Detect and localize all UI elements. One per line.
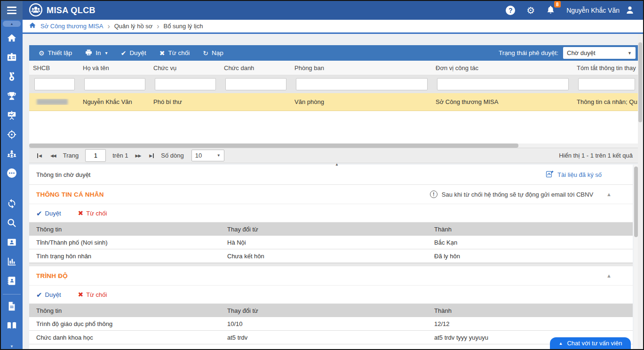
user-name[interactable]: Nguyễn Khắc Văn <box>566 7 620 14</box>
breadcrumb-item-records[interactable]: Quản lý hồ sơ <box>114 23 153 30</box>
status-filter-label: Trạng thái phê duyệt: <box>499 49 558 56</box>
chevron-up-icon: ▲ <box>559 341 563 346</box>
sidebar-item-reports[interactable] <box>1 253 23 272</box>
horizontal-scrollbar[interactable] <box>29 143 639 148</box>
sidebar-item-contact-card[interactable] <box>1 233 23 253</box>
sync-icon <box>7 199 17 210</box>
approve-button[interactable]: ✔ Duyệt <box>114 45 153 61</box>
previous-page-button[interactable]: ◀◀ <box>46 153 60 158</box>
pending-changes-panel: Thông tin chờ duyệt Tài liệu đã ký số TH… <box>29 165 633 349</box>
gear-icon: ⚙ <box>39 50 45 56</box>
help-icon[interactable]: ? <box>506 6 515 15</box>
reject-warning: ! Sau khi từ chối hệ thống sẽ tự động gử… <box>430 191 593 198</box>
breadcrumb-separator-icon: › <box>107 23 110 30</box>
id-badge-icon <box>7 52 17 64</box>
window-scrollbar-thumb[interactable] <box>638 42 642 122</box>
sidebar-item-trophy[interactable] <box>1 87 23 106</box>
sidebar-item-documents[interactable] <box>1 297 23 317</box>
panel-splitter-handle[interactable]: ▲ <box>327 162 346 167</box>
window-scrollbar[interactable] <box>638 34 643 349</box>
last-page-button[interactable]: ▶ <box>145 153 158 158</box>
filter-input-name[interactable] <box>84 78 145 90</box>
results-summary: Hiển thị 1 - 1 trên 1 kết quả <box>559 152 639 159</box>
setup-button[interactable]: ⚙ Thiết lập <box>32 45 79 61</box>
approval-status-filter: Trạng thái phê duyệt: Chờ duyệt ▼ <box>499 47 639 59</box>
reject-button[interactable]: ✖ Từ chối <box>153 45 197 61</box>
warning-icon: ! <box>430 191 437 198</box>
sidebar-item-address-book[interactable] <box>1 272 23 291</box>
filter-input-department[interactable] <box>296 78 428 90</box>
sidebar-item-handbook[interactable] <box>1 317 23 336</box>
warning-text: Sau khi từ chối hệ thống sẽ tự động gửi … <box>442 191 593 198</box>
breadcrumb-item-unit[interactable]: Sở Công thương MISA <box>40 23 103 30</box>
sidebar-item-sync[interactable] <box>1 195 23 214</box>
more-ellipsis-icon <box>6 167 17 180</box>
print-button[interactable]: In ▾ <box>79 45 114 61</box>
user-avatar-icon[interactable] <box>625 5 635 16</box>
column-header-department[interactable]: Phòng ban <box>291 64 432 72</box>
filter-input-title[interactable] <box>225 78 286 90</box>
first-page-button[interactable]: ◀ <box>33 153 46 158</box>
column-header-unit[interactable]: Đơn vị công tác <box>432 64 573 72</box>
sidebar-item-board[interactable] <box>1 106 23 126</box>
breadcrumb: Sở Công thương MISA › Quản lý hồ sơ › Bổ… <box>23 20 643 32</box>
sidebar-item-profile[interactable] <box>1 48 23 68</box>
filter-input-summary[interactable] <box>578 78 635 90</box>
column-header-shcb[interactable]: SHCB <box>29 64 79 72</box>
sidebar-scroll-down[interactable]: ▼ <box>1 344 23 349</box>
section-actions: ✔ Duyệt ✖ Từ chối <box>29 286 633 304</box>
column-header-summary[interactable]: Tóm tắt thông tin thay <box>573 64 639 72</box>
printer-icon <box>85 49 92 57</box>
check-icon: ✔ <box>121 50 127 56</box>
approve-section-button[interactable]: ✔ Duyệt <box>36 210 61 217</box>
filter-input-unit[interactable] <box>437 78 569 90</box>
approve-section-button[interactable]: ✔ Duyệt <box>36 291 61 298</box>
rows-per-page-label: Số dòng <box>161 152 183 159</box>
column-header-title[interactable]: Chức danh <box>220 64 291 72</box>
detail-scrollbar-thumb[interactable] <box>634 167 638 237</box>
sidebar-scroll-up[interactable]: ▲ <box>3 21 21 27</box>
change-row-marital-status: Tình trạng hôn nhân Chưa kết hôn Đã ly h… <box>29 249 633 263</box>
filter-input-shcb[interactable] <box>34 78 75 90</box>
sidebar-item-medal[interactable] <box>1 68 23 87</box>
target-icon <box>7 129 17 141</box>
table-row-selected[interactable]: Nguyễn Khắc Văn Phó bí thư Văn phòng Sở … <box>29 93 639 111</box>
medal-icon <box>7 72 17 83</box>
grid-toolbar: ⚙ Thiết lập In ▾ ✔ Duyệt ✖ Từ chối ↻ Nạp <box>29 45 639 61</box>
collapse-section-icon[interactable]: ▲ <box>606 191 612 197</box>
org-group-icon <box>7 149 17 160</box>
breadcrumb-item-current: Bổ sung lý lịch <box>164 23 203 30</box>
chat-support-button[interactable]: ▲ Chat với tư vấn viên <box>550 337 631 349</box>
breadcrumb-separator-icon: › <box>157 23 159 30</box>
notifications-button[interactable]: 8 <box>546 5 555 16</box>
rows-per-page-select[interactable]: 10 ▼ <box>191 150 224 161</box>
next-page-button[interactable]: ▶▶ <box>131 153 145 158</box>
chevron-down-icon: ▾ <box>105 50 108 56</box>
sidebar-item-target[interactable] <box>1 126 23 145</box>
notification-count-badge: 8 <box>554 1 561 8</box>
page-number-input[interactable] <box>85 149 106 162</box>
app-title: MISA QLCB <box>47 6 95 16</box>
change-table-header: Thông tin Thay đổi từ Thành <box>29 223 633 236</box>
reload-button[interactable]: ↻ Nạp <box>196 45 230 61</box>
sidebar-item-home[interactable] <box>1 29 23 48</box>
sidebar-item-search[interactable] <box>1 214 23 233</box>
reject-section-button[interactable]: ✖ Từ chối <box>78 210 107 217</box>
home-icon[interactable] <box>29 22 36 31</box>
signed-documents-link[interactable]: Tài liệu đã ký số <box>546 170 602 180</box>
column-header-position[interactable]: Chức vụ <box>150 64 220 72</box>
collapse-section-icon[interactable]: ▲ <box>606 273 612 278</box>
bell-icon <box>546 8 555 16</box>
status-filter-select[interactable]: Chờ duyệt ▼ <box>563 47 636 59</box>
hamburger-menu-icon[interactable] <box>1 1 23 20</box>
sidebar-item-more[interactable] <box>1 164 23 183</box>
settings-gear-icon[interactable]: ⚙ <box>526 6 535 15</box>
change-table-header: Thông tin Thay đổi từ Thành <box>29 304 633 317</box>
change-row-education-level: Trình độ giáo dục phổ thông 10/10 12/12 <box>29 317 633 331</box>
sidebar-item-organization[interactable] <box>1 145 23 164</box>
column-header-name[interactable]: Họ và tên <box>79 64 150 72</box>
filter-input-position[interactable] <box>155 78 216 90</box>
horizontal-scrollbar-thumb[interactable] <box>29 143 518 148</box>
reject-section-button[interactable]: ✖ Từ chối <box>78 291 107 298</box>
presentation-board-icon <box>7 110 17 122</box>
